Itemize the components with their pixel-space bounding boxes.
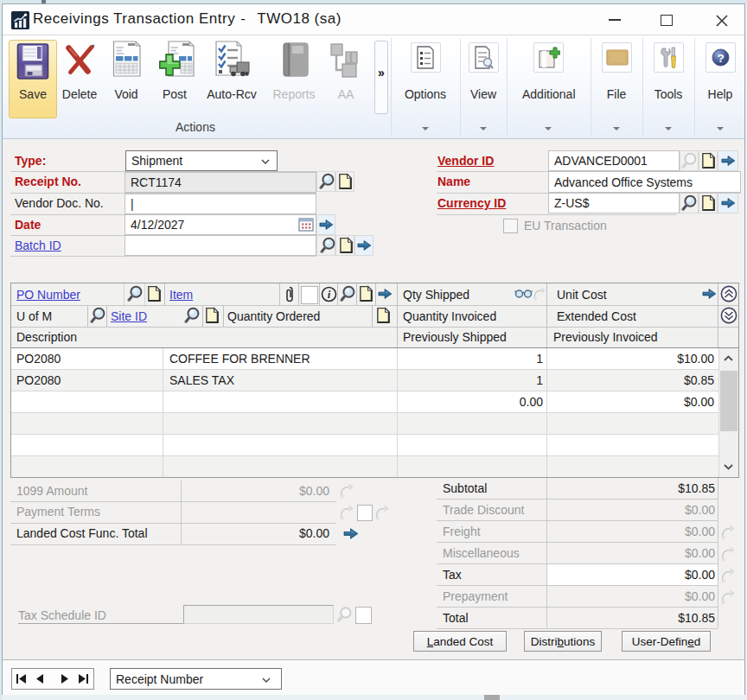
svg-text:?: ? bbox=[717, 52, 724, 65]
svg-text:i: i bbox=[328, 288, 331, 301]
